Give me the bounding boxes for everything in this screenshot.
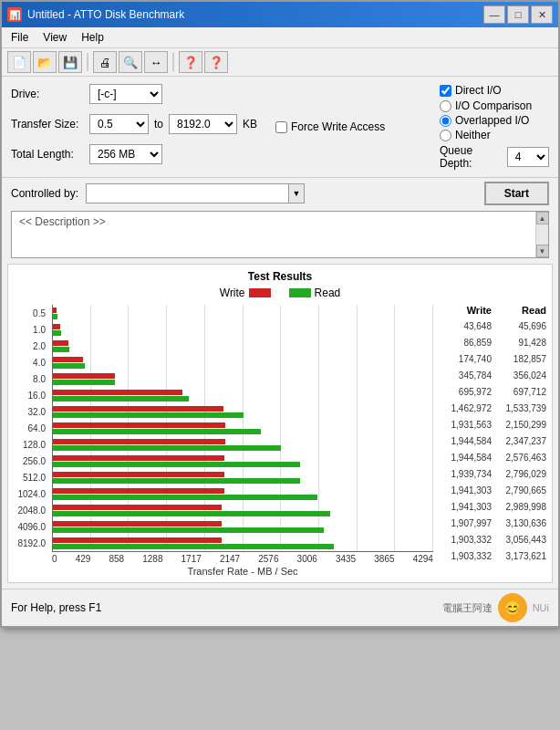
chart-bars-container: 042985812881717214725763006343538654294 …	[52, 305, 433, 577]
data-table-row: 1,941,3032,989,998	[437, 498, 546, 515]
bar-row	[53, 305, 433, 321]
toolbar-move[interactable]: ↔	[144, 51, 168, 73]
toolbar-open[interactable]: 📂	[33, 51, 57, 73]
scroll-up-arrow[interactable]: ▲	[536, 212, 549, 224]
chart-row-label: 128.0	[14, 436, 48, 453]
maximize-button[interactable]: □	[507, 5, 529, 24]
menu-help[interactable]: Help	[76, 29, 109, 46]
chart-row-label: 4096.0	[14, 518, 48, 535]
write-value: 1,941,303	[437, 485, 492, 495]
overlapped-io-radio[interactable]	[440, 115, 451, 127]
x-axis-label: 4294	[413, 554, 433, 564]
write-bar	[53, 472, 224, 477]
transfer-label: Transfer Size:	[11, 118, 84, 130]
data-table-row: 1,941,3032,790,665	[437, 482, 546, 498]
data-table-row: 1,903,3323,173,621	[437, 548, 546, 564]
direct-io-checkbox[interactable]	[440, 85, 451, 97]
controlled-section: Controlled by: ▼ Start	[2, 178, 558, 211]
bar-row	[53, 370, 433, 387]
force-write-checkbox[interactable]	[275, 121, 287, 133]
chart-bars	[52, 305, 433, 552]
transfer-from-select[interactable]: 0.5	[89, 114, 149, 134]
x-axis-title: Transfer Rate - MB / Sec	[52, 566, 433, 577]
read-bar	[53, 347, 69, 352]
radio-group: I/O Comparison Overlapped I/O Neither	[440, 99, 549, 141]
bar-row	[53, 453, 433, 469]
force-write-label: Force Write Access	[291, 120, 385, 133]
io-comparison-item: I/O Comparison	[440, 99, 549, 112]
read-value: 3,173,621	[492, 551, 546, 561]
toolbar-new[interactable]: 📄	[7, 51, 31, 73]
write-legend-color	[249, 288, 271, 297]
data-table-row: 174,740182,857	[437, 350, 546, 367]
bars-content	[53, 305, 433, 551]
read-bar	[53, 380, 115, 385]
write-value: 1,462,972	[437, 403, 492, 413]
x-axis-label: 1717	[181, 554, 202, 564]
write-bar	[53, 422, 225, 428]
write-bar	[53, 521, 222, 527]
x-axis-label: 0	[52, 554, 57, 564]
write-bar	[53, 505, 222, 510]
minimize-button[interactable]: —	[483, 5, 505, 24]
write-bar	[53, 455, 224, 461]
data-table-row: 1,944,5842,576,463	[437, 449, 546, 465]
drive-label: Drive:	[11, 88, 84, 100]
menu-bar: File View Help	[2, 27, 558, 48]
menu-view[interactable]: View	[37, 29, 72, 46]
queue-depth-select[interactable]: 4	[507, 147, 549, 167]
write-bar	[53, 324, 60, 329]
write-value: 86,859	[437, 338, 492, 348]
toolbar-print[interactable]: 🖨	[93, 51, 117, 73]
write-value: 1,939,734	[437, 469, 492, 479]
scroll-down-arrow[interactable]: ▼	[536, 245, 549, 257]
queue-depth-label: Queue Depth:	[440, 144, 502, 170]
total-row: Total Length: 256 MB	[11, 144, 257, 164]
bar-row	[53, 535, 433, 551]
toolbar-about[interactable]: ❓	[204, 51, 228, 73]
write-value: 174,740	[437, 354, 492, 364]
drive-row: Drive: [-c-]	[11, 84, 257, 104]
chart-section: Test Results Write Read 0.51.02.04.08.01…	[7, 264, 553, 583]
chart-row-label: 4.0	[14, 354, 48, 370]
data-table-row: 1,907,9973,130,636	[437, 515, 546, 531]
right-panel: Direct I/O I/O Comparison Overlapped I/O…	[440, 84, 549, 170]
neither-radio[interactable]	[440, 130, 451, 141]
start-button[interactable]: Start	[484, 182, 549, 205]
bar-row	[53, 436, 433, 453]
read-bar	[53, 544, 334, 549]
transfer-to-select[interactable]: 8192.0	[169, 114, 237, 134]
bar-row	[53, 403, 433, 420]
direct-io-label: Direct I/O	[455, 84, 502, 97]
toolbar-separator-2	[172, 53, 174, 71]
read-bar	[53, 495, 317, 500]
data-table-header: Write Read	[437, 305, 546, 316]
read-value: 3,056,443	[492, 535, 546, 545]
controlled-dropdown-arrow[interactable]: ▼	[288, 183, 305, 203]
read-value: 182,857	[492, 354, 546, 364]
toolbar-preview[interactable]: 🔍	[119, 51, 142, 73]
toolbar-help[interactable]: ❓	[179, 51, 202, 73]
total-select[interactable]: 256 MB	[89, 144, 162, 164]
read-bar	[53, 363, 85, 369]
close-button[interactable]: ✕	[531, 5, 553, 24]
bar-row	[53, 387, 433, 403]
toolbar-save[interactable]: 💾	[58, 51, 82, 73]
x-axis-label: 2147	[220, 554, 240, 564]
io-comparison-radio[interactable]	[440, 100, 451, 112]
chart-row-label: 32.0	[14, 403, 48, 420]
description-scrollbar: ▲ ▼	[535, 212, 548, 257]
read-value: 2,790,665	[492, 485, 546, 495]
write-bar	[53, 308, 57, 313]
write-bar	[53, 406, 223, 412]
menu-file[interactable]: File	[5, 29, 34, 46]
controlled-input[interactable]	[86, 183, 305, 203]
watermark-icon: 😊	[498, 593, 527, 622]
read-bar	[53, 429, 261, 434]
bar-row	[53, 338, 433, 354]
chart-row-label: 1.0	[14, 321, 48, 338]
data-table-row: 1,903,3323,056,443	[437, 531, 546, 548]
data-table-row: 1,931,5632,150,299	[437, 416, 546, 433]
write-value: 1,944,584	[437, 453, 492, 463]
drive-select[interactable]: [-c-]	[89, 84, 162, 104]
